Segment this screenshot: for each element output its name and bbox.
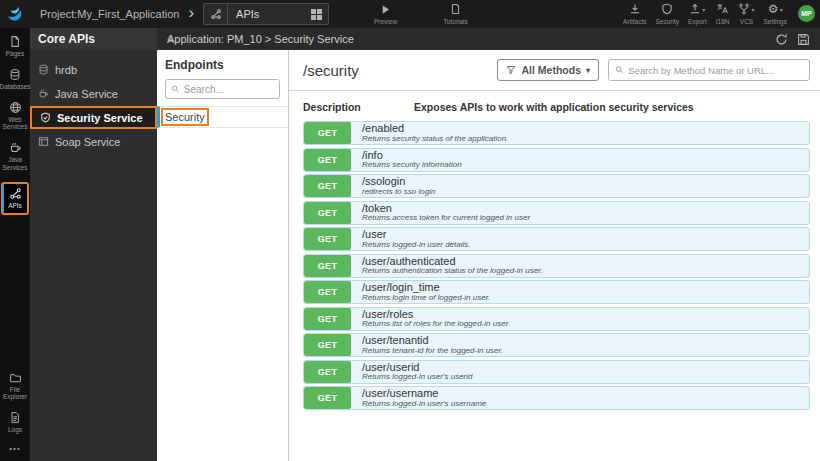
endpoint-row[interactable]: GET /user/authenticatedReturns authentic… [303,254,810,278]
endpoint-description: Returns login time of logged-in user. [362,294,490,303]
endpoint-row[interactable]: GET /user/usernameReturns logged-in user… [303,386,810,410]
endpoint-path: /ssologin [362,175,435,187]
app-logo[interactable] [0,0,32,28]
user-avatar[interactable]: MP [798,5,815,22]
sidebar-item-logs[interactable]: Logs [0,411,30,434]
vcs-label: VCS [740,18,753,25]
endpoint-row[interactable]: GET /userReturns logged-in user details. [303,227,810,251]
sidebar-item-databases[interactable]: Databases [0,68,30,91]
i18n-label: I18N [716,18,730,25]
endpoint-description: Returns tenant-id for the logged-in user… [362,347,503,356]
rail-label: Web Services [0,116,30,132]
page-title: /security [303,62,497,79]
shield-icon [40,112,51,123]
tab-apis[interactable]: APIs [203,3,329,25]
endpoint-row[interactable]: GET /ssologinredirects to sso login [303,174,810,198]
endpoint-path: /user [362,228,471,240]
endpoints-panel: Endpoints Security [157,50,289,461]
language-icon [716,2,729,16]
search-icon [171,84,180,94]
sidebar-item-pages[interactable]: Pages [0,35,30,58]
log-file-icon [9,411,21,424]
download-icon [629,2,641,16]
chevron-down-icon: ▾ [751,6,754,13]
endpoint-rows: GET /enabledReturns security status of t… [289,120,820,413]
core-api-label: Security Service [57,112,143,124]
endpoint-row[interactable]: GET /tokenReturns access token for curre… [303,201,810,225]
core-api-item-java-service[interactable]: Java Service [30,82,157,105]
endpoint-description: Returns security information [362,161,462,170]
core-api-label: hrdb [55,64,77,76]
collapse-panel-icon[interactable]: « [167,33,173,45]
endpoint-row[interactable]: GET /user/tenantidReturns tenant-id for … [303,333,810,357]
shield-icon [661,2,673,16]
endpoints-search-box[interactable] [165,79,280,99]
endpoint-row[interactable]: GET /user/login_timeReturns login time o… [303,280,810,304]
export-label: Export [688,18,707,25]
breadcrumb: Application: PM_10 > Security Service [167,33,354,45]
coffee-icon [38,88,49,99]
endpoints-title: Endpoints [157,50,288,79]
coffee-icon [9,141,22,154]
endpoint-description: redirects to sso login [362,188,435,197]
core-api-item-hrdb[interactable]: hrdb [30,58,157,81]
tab-apis-label: APIs [236,8,311,20]
sidebar-item-apis[interactable]: APIs [1,182,29,215]
vcs-button[interactable]: ▾ VCS [738,2,754,25]
rail-label: Pages [6,50,24,58]
settings-label: Settings [764,18,788,25]
method-badge: GET [304,361,351,383]
export-button[interactable]: ▾ Export [688,2,707,25]
security-button[interactable]: Security [655,2,678,25]
refresh-icon[interactable] [775,33,788,46]
chevron-right-icon[interactable]: › [188,3,194,23]
sidebar-item-web-services[interactable]: Web Services [0,101,30,132]
endpoint-description: Returns list of roles for the logged-in … [362,320,510,329]
method-search-box[interactable] [608,59,810,81]
document-icon [450,2,461,16]
method-badge: GET [304,308,351,330]
upload-icon [689,3,701,15]
grid-icon[interactable] [311,9,322,20]
preview-button[interactable]: Preview [374,2,397,25]
topbar-center: Preview Tutorials [374,2,468,25]
branch-icon [738,3,750,15]
endpoint-row[interactable]: GET /enabledReturns security status of t… [303,121,810,145]
core-api-item-soap-service[interactable]: Soap Service [30,130,157,153]
topbar: Project:My_First_Application › APIs Prev… [0,0,820,28]
endpoint-row[interactable]: GET /user/rolesReturns list of roles for… [303,307,810,331]
core-api-item-security-service[interactable]: Security Service [30,106,157,129]
endpoint-list-item-security[interactable]: Security [157,106,288,128]
methods-filter-dropdown[interactable]: All Methods ▾ [497,59,599,81]
endpoints-search-input[interactable] [184,84,274,95]
api-icon [9,187,22,200]
endpoint-row[interactable]: GET /infoReturns security information [303,148,810,172]
sidebar-item-file-explorer[interactable]: File Explorer [0,372,30,402]
chevron-down-icon: ▾ [702,6,705,13]
gear-icon: ⚙ [768,3,779,15]
sidebar-item-java-services[interactable]: Java Services [0,141,30,172]
database-icon [38,64,49,75]
artifacts-button[interactable]: Artifacts [623,2,646,25]
left-icon-rail: Pages Databases Web Services Java Servic… [0,28,30,461]
rail-label: Logs [8,426,22,434]
folder-icon [9,372,22,384]
core-apis-title: Core APIs [38,32,95,46]
method-search-input[interactable] [628,65,803,76]
search-icon [615,65,624,75]
save-icon[interactable] [797,33,810,46]
endpoint-path: /user/tenantid [362,334,503,346]
core-apis-header: Core APIs « [30,28,157,50]
topbar-right: Artifacts Security ▾ Export [623,2,815,25]
method-badge: GET [304,202,351,224]
more-options-icon[interactable]: ••• [9,444,20,453]
api-detail-header: /security All Methods ▾ [289,50,820,91]
api-icon [204,4,228,24]
i18n-button[interactable]: I18N [716,2,730,25]
artifacts-label: Artifacts [623,18,646,25]
endpoint-description: Returns logged-in user's userid [362,373,472,382]
tutorials-button[interactable]: Tutorials [443,2,468,25]
settings-button[interactable]: ⚙ ▾ Settings [764,2,788,25]
method-badge: GET [304,255,351,277]
endpoint-row[interactable]: GET /user/useridReturns logged-in user's… [303,360,810,384]
